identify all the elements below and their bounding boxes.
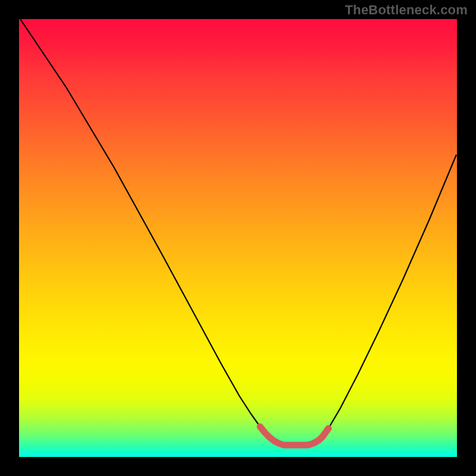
attribution-label: TheBottleneck.com <box>345 2 468 18</box>
v-curve <box>20 19 456 445</box>
valley-highlight <box>260 427 328 445</box>
curve-layer <box>19 19 457 457</box>
chart-frame: TheBottleneck.com <box>0 0 476 476</box>
plot-area <box>19 19 457 457</box>
